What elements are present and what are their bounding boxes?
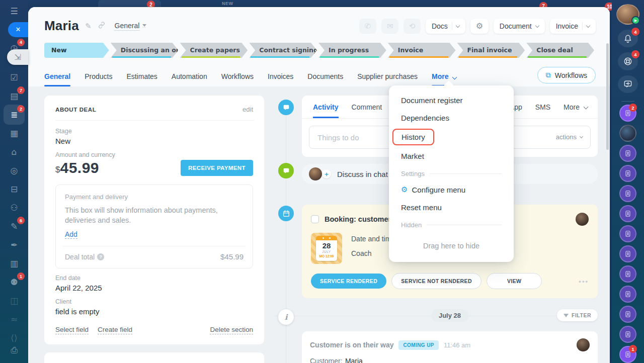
menu-item-configure-menu[interactable]: ⚙ Configure menu <box>389 180 514 199</box>
menu-item-market[interactable]: Market <box>389 147 514 165</box>
activity-tab[interactable]: SMS <box>535 96 550 118</box>
deal-tab[interactable]: General <box>44 72 70 86</box>
stage-chip[interactable]: Final invoice <box>457 43 525 58</box>
stage-chip[interactable]: Close deal <box>526 43 594 58</box>
deal-tab[interactable]: Automation <box>172 72 207 86</box>
filter-button[interactable]: FILTER <box>557 309 598 321</box>
stage-chip[interactable]: Discussing an order... <box>111 43 179 58</box>
menu-item-history[interactable]: History <box>389 127 514 147</box>
invoice-button[interactable]: Invoice <box>550 19 596 34</box>
receive-payment-button[interactable]: RECEIVE PAYMENT <box>181 160 253 176</box>
calendar-icon[interactable]: ▦ <box>8 127 21 139</box>
deal-tabs: General Products Estimates Automation <box>44 67 596 86</box>
support-button[interactable]: 4 <box>618 52 638 70</box>
cart-icon[interactable]: ⊟ <box>8 183 21 195</box>
stage-chip[interactable]: New <box>44 43 109 58</box>
docs-button[interactable]: Docs <box>426 19 465 34</box>
service-rendered-button[interactable]: SERVICE RENDERED <box>311 274 386 289</box>
goals-icon[interactable]: ◎ <box>8 164 21 176</box>
actions-dropdown[interactable]: actions <box>556 133 583 141</box>
edit-title-icon[interactable]: ✎ <box>85 22 92 31</box>
bot-icon[interactable]: ⚇ <box>8 202 21 214</box>
deal-tab[interactable]: Products <box>85 72 112 86</box>
printer-icon[interactable]: ⎙ <box>8 344 21 356</box>
deal-amount[interactable]: 45.99 <box>60 159 99 176</box>
notifications-button[interactable]: 4 <box>618 30 638 47</box>
menu-item-dependencies[interactable]: Dependencies <box>389 109 514 127</box>
code-icon[interactable]: ⟨⟩ <box>8 332 21 344</box>
activity-tab[interactable]: More <box>564 96 580 118</box>
user-avatar[interactable]: ▶ <box>616 4 639 25</box>
deal-tab[interactable]: Supplier purchases <box>357 72 418 86</box>
document-button[interactable]: Document <box>494 19 545 34</box>
analytics-icon[interactable]: ▥ <box>8 257 21 269</box>
service-not-rendered-button[interactable]: SERVICE NOT RENDERED <box>391 273 481 289</box>
menu-item-reset-menu[interactable]: Reset menu <box>389 199 514 216</box>
customer-label: Customer: <box>310 357 343 363</box>
tasks-icon[interactable]: ☑ <box>8 71 21 83</box>
menu-item-document-register[interactable]: Document register <box>389 92 514 109</box>
more-section-card: MORE edit Deal type Sales <box>44 352 264 363</box>
workflows-button[interactable]: ⧉ Workflows <box>537 67 596 83</box>
mail-icon[interactable]: ✉ <box>381 19 398 34</box>
deals-icon[interactable]: ≣ 2 <box>8 109 21 121</box>
more-options-icon[interactable]: ••• <box>579 278 589 285</box>
right-sidebar: ▶ 4 4 2 <box>612 0 644 363</box>
booking-checkbox[interactable] <box>311 215 319 223</box>
package-icon[interactable]: ◫ <box>8 295 21 307</box>
storage-icon[interactable]: ⌂ <box>8 146 21 158</box>
stage-chip[interactable]: Create papers <box>180 43 248 58</box>
phone-icon[interactable]: ✆ <box>359 19 376 34</box>
contact-circle[interactable] <box>619 165 636 182</box>
contact-circle[interactable] <box>619 326 636 343</box>
deal-tab[interactable]: Documents <box>307 72 343 86</box>
delete-section-link[interactable]: Delete section <box>210 326 253 334</box>
activity-tab[interactable]: Comment <box>352 96 382 118</box>
contact-circle[interactable] <box>619 205 636 222</box>
create-field-link[interactable]: Create field <box>98 326 132 334</box>
hamburger-menu-icon[interactable]: ☰ <box>10 6 18 16</box>
drag-to-hide-zone[interactable]: Drag here to hide <box>389 242 514 250</box>
scrollbar-thumb[interactable] <box>606 43 609 150</box>
dock-panel-button[interactable]: ⇲ <box>7 49 28 65</box>
view-button[interactable]: VIEW <box>487 273 542 289</box>
contact-circle[interactable]: 2 <box>619 105 636 122</box>
stage-field-value[interactable]: New <box>55 137 253 145</box>
end-date-value[interactable]: April 22, 2025 <box>55 284 253 292</box>
contact-circle[interactable] <box>619 286 636 303</box>
chat-icon[interactable]: ⟲ <box>404 19 421 34</box>
assistant-icon[interactable]: ⚉ 1 <box>8 276 21 288</box>
contact-circle[interactable] <box>619 265 636 283</box>
contact-circle[interactable] <box>619 245 636 262</box>
history-highlight-box: History <box>392 129 434 145</box>
copy-link-icon[interactable] <box>98 21 106 31</box>
contact-circle[interactable]: 1 <box>619 346 636 363</box>
waves-icon[interactable]: ≈ <box>8 313 21 325</box>
close-panel-button[interactable]: ✕ <box>8 22 28 37</box>
help-icon[interactable]: ? <box>97 253 104 260</box>
contact-circle[interactable] <box>619 306 636 323</box>
signature-icon[interactable]: ✒ <box>8 239 21 251</box>
deal-tab[interactable]: Workflows <box>221 72 254 86</box>
deal-tab[interactable]: Estimates <box>126 72 157 86</box>
pipeline-selector[interactable]: General <box>115 22 147 31</box>
contact-circle[interactable] <box>619 225 636 242</box>
contact-circle[interactable] <box>619 125 636 142</box>
documents-icon[interactable]: ✎ 6 <box>8 220 21 232</box>
activity-tab[interactable]: Activity <box>313 96 339 118</box>
settings-gear-button[interactable]: ⚙ <box>470 19 489 34</box>
contact-circle[interactable] <box>619 185 636 202</box>
select-field-link[interactable]: Select field <box>55 326 89 334</box>
contacts-icon[interactable]: ▤ 7 <box>8 90 21 102</box>
deal-tab[interactable]: Invoices <box>268 72 293 86</box>
edit-section-link[interactable]: edit <box>243 106 253 113</box>
stage-chip[interactable]: Invoice <box>388 43 456 58</box>
client-value[interactable]: field is empty <box>55 307 253 316</box>
chevron-down-icon <box>535 23 539 27</box>
messenger-button[interactable] <box>618 75 638 93</box>
contact-circle[interactable] <box>619 145 636 162</box>
add-payment-link[interactable]: Add <box>65 230 77 239</box>
payment-delivery-box: Payment and delivery This box will show … <box>55 185 253 268</box>
stage-chip[interactable]: Contract signing <box>249 43 317 58</box>
stage-chip[interactable]: In progress <box>318 43 386 58</box>
